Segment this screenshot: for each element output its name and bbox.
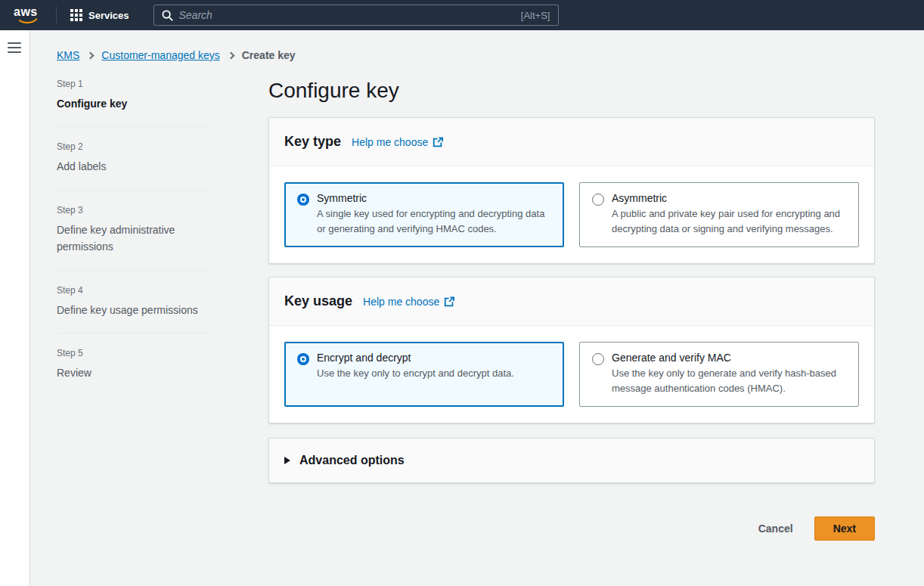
services-label: Services: [88, 10, 129, 21]
option-title: Symmetric: [317, 192, 551, 204]
step-item-2: Step 2 Add labels: [57, 140, 208, 178]
key-type-card-header: Key type Help me choose: [269, 118, 874, 166]
step-title-add-labels[interactable]: Add labels: [57, 158, 208, 175]
search-shortcut-hint: [Alt+S]: [521, 10, 550, 21]
breadcrumb-kms-link[interactable]: KMS: [57, 49, 79, 61]
page-title: Configure key: [268, 77, 875, 104]
step-divider: [57, 333, 208, 333]
step-number: Step 1: [57, 79, 208, 89]
step-item-5: Step 5 Review: [57, 346, 208, 384]
key-type-option-symmetric[interactable]: Symmetric A single key used for encrypti…: [284, 182, 564, 247]
step-number: Step 5: [57, 348, 208, 358]
breadcrumb-customer-managed-keys-link[interactable]: Customer-managed keys: [101, 49, 219, 61]
external-link-icon: [433, 137, 443, 147]
breadcrumb-chevron-icon: [87, 51, 95, 59]
key-type-title: Key type: [284, 134, 341, 150]
key-type-card-body: Symmetric A single key used for encrypti…: [269, 166, 874, 263]
step-number: Step 2: [57, 141, 208, 152]
step-number: Step 4: [57, 285, 208, 296]
option-description: Use the key only to generate and verify …: [612, 366, 846, 395]
radio-selected-icon[interactable]: [297, 194, 309, 206]
option-title: Asymmetric: [612, 192, 846, 204]
option-title: Generate and verify MAC: [612, 352, 846, 364]
next-button[interactable]: Next: [814, 516, 875, 541]
option-title: Encrypt and decrypt: [317, 352, 514, 364]
breadcrumb: KMS Customer-managed keys Create key: [57, 49, 924, 61]
page-content: KMS Customer-managed keys Create key Ste…: [31, 30, 924, 586]
hamburger-menu-icon[interactable]: [8, 42, 21, 53]
cancel-button[interactable]: Cancel: [758, 522, 793, 535]
key-usage-title: Key usage: [284, 293, 352, 309]
main-panel: Configure key Key type Help me choose: [268, 77, 875, 541]
option-description: A public and private key pair used for e…: [612, 206, 846, 236]
step-item-1: Step 1 Configure key: [57, 77, 208, 115]
search-placeholder: Search: [179, 9, 521, 21]
option-description: Use the key only to encrypt and decrypt …: [317, 366, 514, 381]
step-title-configure-key[interactable]: Configure key: [57, 95, 208, 112]
key-usage-card-header: Key usage Help me choose: [269, 277, 874, 326]
wizard-actions: Cancel Next: [268, 516, 875, 541]
key-type-card: Key type Help me choose: [268, 117, 875, 264]
step-divider: [57, 270, 208, 271]
radio-selected-icon[interactable]: [297, 353, 309, 365]
key-usage-help-link[interactable]: Help me choose: [363, 296, 454, 308]
key-usage-option-encrypt-decrypt[interactable]: Encrypt and decrypt Use the key only to …: [284, 342, 564, 407]
option-description: A single key used for encrypting and dec…: [317, 206, 551, 236]
key-usage-option-generate-verify-mac[interactable]: Generate and verify MAC Use the key only…: [579, 342, 859, 407]
step-title-admin-permissions[interactable]: Define key administrative permissions: [57, 222, 208, 256]
key-type-option-asymmetric[interactable]: Asymmetric A public and private key pair…: [579, 182, 859, 247]
step-item-4: Step 4 Define key usage permissions: [57, 284, 208, 321]
advanced-options-title: Advanced options: [299, 454, 405, 467]
breadcrumb-chevron-icon: [227, 51, 234, 59]
aws-smile-icon: [16, 16, 39, 23]
external-link-icon: [444, 296, 454, 307]
radio-unselected-icon[interactable]: [592, 353, 604, 365]
top-nav-bar: aws Services Search [Alt+S]: [0, 0, 924, 30]
help-link-label: Help me choose: [363, 296, 439, 308]
search-icon: [162, 10, 173, 21]
aws-logo[interactable]: aws: [14, 5, 42, 23]
key-usage-card: Key usage Help me choose: [268, 277, 875, 423]
key-type-help-link[interactable]: Help me choose: [352, 136, 443, 148]
search-input[interactable]: Search [Alt+S]: [153, 5, 559, 26]
help-link-label: Help me choose: [352, 136, 428, 148]
services-menu-button[interactable]: Services: [69, 6, 131, 24]
caret-right-icon: [284, 457, 290, 464]
side-rail: [0, 30, 30, 586]
breadcrumb-current: Create key: [242, 49, 296, 61]
step-number: Step 3: [57, 205, 208, 215]
topbar-divider: [56, 7, 57, 23]
services-grid-icon: [70, 9, 82, 21]
radio-unselected-icon[interactable]: [592, 194, 604, 206]
wizard-steps-nav: Step 1 Configure key Step 2 Add labels S…: [57, 77, 208, 541]
step-title-usage-permissions[interactable]: Define key usage permissions: [57, 302, 208, 318]
advanced-options-expander[interactable]: Advanced options: [268, 438, 875, 483]
step-divider: [57, 190, 208, 191]
key-usage-card-body: Encrypt and decrypt Use the key only to …: [269, 326, 874, 423]
step-title-review[interactable]: Review: [57, 364, 208, 381]
step-item-3: Step 3 Define key administrative permiss…: [57, 203, 208, 259]
step-divider: [57, 126, 208, 127]
